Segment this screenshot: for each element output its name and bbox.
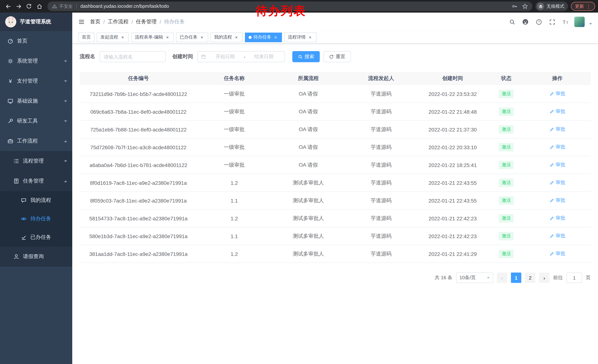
page-size-select[interactable]: 10条/页 xyxy=(456,273,493,283)
sidebar-item-task-mgmt[interactable]: 任务管理 xyxy=(0,171,72,191)
close-icon[interactable]: × xyxy=(234,35,239,40)
cell-task-id: 381aa1dd-7ac8-11ec-a9e2-a2380e71991a xyxy=(80,251,197,257)
approve-link[interactable]: 审批 xyxy=(549,162,565,168)
cell-task-id: 725a1eb6-7b88-11ec-8ef0-acde48001122 xyxy=(80,126,197,132)
incognito-label: 无痕模式 xyxy=(547,3,564,9)
chevron-down-icon xyxy=(487,277,490,279)
tab-todo-tasks[interactable]: 待办任务× xyxy=(245,32,282,42)
cell-task-name: 1.2 xyxy=(197,251,271,257)
back-button[interactable] xyxy=(3,1,13,11)
reset-button[interactable]: 重置 xyxy=(324,51,351,62)
process-name-input[interactable] xyxy=(100,51,166,62)
svg-text:T: T xyxy=(563,19,565,25)
goto-page-input[interactable] xyxy=(566,273,582,283)
approve-link[interactable]: 审批 xyxy=(549,233,565,239)
breadcrumb-workflow[interactable]: 工作流程 xyxy=(108,18,129,25)
screen: 不安全 dashboard.yudao.iocoder.cn/bpm/task/… xyxy=(0,0,598,364)
calendar-icon xyxy=(201,54,206,59)
close-icon[interactable]: × xyxy=(199,35,205,40)
update-button[interactable]: 更新 ⋮ xyxy=(571,2,595,11)
tab-start-process[interactable]: 发起流程× xyxy=(97,32,129,42)
sidebar-item-leave-query[interactable]: 请假查询 xyxy=(0,247,72,267)
sidebar-collapse-icon[interactable] xyxy=(78,18,85,25)
logo-avatar xyxy=(5,16,16,27)
sidebar-item-done-tasks[interactable]: 已办任务 xyxy=(0,228,72,247)
status-badge: 激活 xyxy=(499,178,514,187)
cell-flow: 测试多审批人 xyxy=(271,179,345,186)
status-badge: 激活 xyxy=(499,125,514,134)
font-size-icon[interactable]: TT xyxy=(561,17,570,26)
approve-link[interactable]: 审批 xyxy=(549,108,565,115)
sidebar-item-payment[interactable]: ¥ 支付管理 xyxy=(0,71,72,91)
table-row: 8f0d1619-7ac8-11ec-a9e2-a2380e71991a 1.2… xyxy=(80,174,590,192)
tab-done-tasks[interactable]: 已办任务× xyxy=(176,32,208,42)
sidebar-item-my-process[interactable]: 我的流程 xyxy=(0,191,72,210)
sidebar-item-todo-tasks[interactable]: 待办任务 xyxy=(0,210,72,228)
process-name-label: 流程名 xyxy=(80,53,95,60)
forward-button[interactable] xyxy=(13,1,24,11)
breadcrumb-home[interactable]: 首页 xyxy=(90,18,100,25)
tab-form-edit[interactable]: 流程表单-编辑× xyxy=(131,32,174,42)
next-page-button[interactable]: › xyxy=(539,273,549,283)
sidebar-item-home[interactable]: 首页 xyxy=(0,31,72,51)
tab-home[interactable]: 首页 xyxy=(78,32,94,42)
cell-create-time: 2022-01-21 22:41:29 xyxy=(417,251,488,257)
table-row: 725a1eb6-7b88-11ec-8ef0-acde48001122 一级审… xyxy=(80,121,590,138)
approve-link[interactable]: 审批 xyxy=(549,251,565,257)
breadcrumb-task-mgmt[interactable]: 任务管理 xyxy=(136,18,157,25)
status-badge: 激活 xyxy=(499,161,514,169)
github-icon[interactable] xyxy=(521,17,530,26)
approve-link[interactable]: 审批 xyxy=(549,197,565,204)
tab-my-process[interactable]: 我的流程× xyxy=(210,32,243,42)
cell-task-name: 1.2 xyxy=(197,215,271,221)
sidebar-item-workflow[interactable]: 工作流程 xyxy=(0,131,72,151)
table-row: 381aa1dd-7ac8-11ec-a9e2-a2380e71991a 1.2… xyxy=(80,245,590,263)
briefcase-icon xyxy=(8,138,13,144)
tab-process-detail[interactable]: 流程详情× xyxy=(284,32,316,42)
cell-starter: 芋道源码 xyxy=(345,144,417,151)
cell-flow: OA 请假 xyxy=(271,108,345,115)
sidebar-item-system[interactable]: 系统管理 xyxy=(0,51,72,71)
approve-link[interactable]: 审批 xyxy=(549,215,565,222)
col-flow: 所属流程 xyxy=(271,75,345,82)
close-icon[interactable]: × xyxy=(307,35,313,40)
page-2-button[interactable]: 2 xyxy=(525,273,535,283)
approve-link[interactable]: 审批 xyxy=(549,126,565,133)
help-icon[interactable]: ? xyxy=(534,17,543,26)
approve-link[interactable]: 审批 xyxy=(549,144,565,151)
key-icon[interactable] xyxy=(512,3,518,9)
sidebar-item-devtools[interactable]: 研发工具 xyxy=(0,111,72,131)
chevron-down-icon[interactable] xyxy=(589,23,592,25)
edit-icon xyxy=(549,109,554,114)
table-row: 75d72608-7b7f-11ec-a3c8-acde48001122 一级审… xyxy=(80,138,590,156)
fullscreen-icon[interactable] xyxy=(548,17,556,26)
chevron-down-icon xyxy=(64,120,67,122)
sidebar-item-infra[interactable]: 基础设施 xyxy=(0,91,72,111)
svg-text:T: T xyxy=(566,21,568,24)
cell-flow: 测试多审批人 xyxy=(271,251,345,257)
sidebar-item-process-mgmt[interactable]: 流程管理 xyxy=(0,151,72,171)
close-icon[interactable]: × xyxy=(273,35,278,40)
approve-link[interactable]: 审批 xyxy=(549,179,565,186)
table-row: 8f059c03-7ac8-11ec-a9e2-a2380e71991a 1.1… xyxy=(80,192,590,210)
prev-page-button[interactable]: ‹ xyxy=(497,273,507,283)
kebab-menu-icon[interactable]: ⋮ xyxy=(586,4,591,9)
approve-link[interactable]: 审批 xyxy=(549,90,565,97)
avatar[interactable] xyxy=(574,17,585,27)
breadcrumb: 首页 / 工作流程 / 任务管理 / 待办任务 xyxy=(90,18,185,25)
cell-task-id: 58154733-7ac8-11ec-a9e2-a2380e71991a xyxy=(80,215,197,221)
search-button[interactable]: 搜索 xyxy=(292,51,320,62)
yen-icon: ¥ xyxy=(8,78,13,84)
breadcrumb-current: 待办任务 xyxy=(164,18,185,25)
close-icon[interactable]: × xyxy=(120,35,125,40)
bookmark-star-icon[interactable] xyxy=(522,3,528,9)
search-icon[interactable] xyxy=(507,17,516,26)
annotation-overlay: 待办列表 xyxy=(256,3,306,19)
home-button[interactable] xyxy=(34,1,44,11)
page-1-button[interactable]: 1 xyxy=(511,273,521,283)
date-range-picker[interactable]: 开始日期 - 结束日期 xyxy=(198,51,285,62)
edit-icon xyxy=(549,91,554,96)
reload-button[interactable] xyxy=(24,1,34,11)
cell-flow: OA 请假 xyxy=(271,144,345,151)
close-icon[interactable]: × xyxy=(165,35,170,40)
